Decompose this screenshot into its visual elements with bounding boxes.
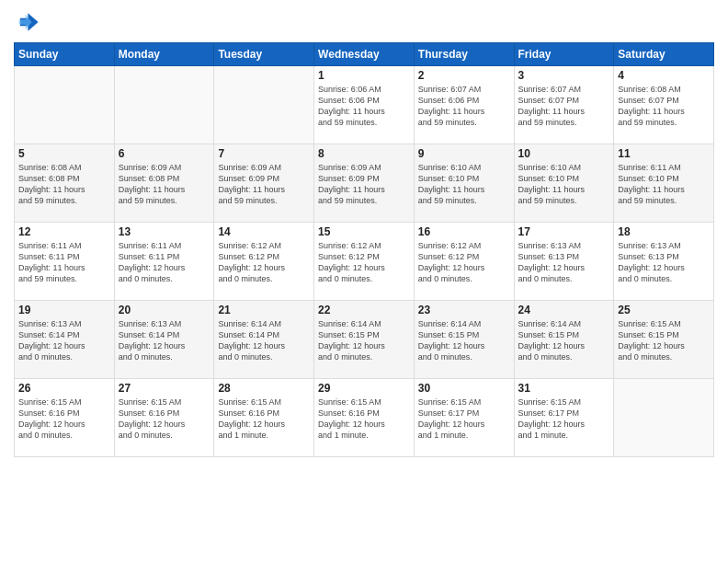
day-number: 30 [418,382,510,395]
day-number: 18 [618,225,710,238]
day-info: Sunrise: 6:07 AM Sunset: 6:06 PM Dayligh… [418,84,510,129]
day-number: 2 [418,69,510,82]
day-info: Sunrise: 6:11 AM Sunset: 6:11 PM Dayligh… [18,240,110,285]
calendar-cell: 19Sunrise: 6:13 AM Sunset: 6:14 PM Dayli… [15,301,115,379]
day-number: 27 [119,382,210,395]
day-info: Sunrise: 6:07 AM Sunset: 6:07 PM Dayligh… [518,84,610,129]
calendar-week-row: 1Sunrise: 6:06 AM Sunset: 6:06 PM Daylig… [15,66,714,144]
calendar-cell [214,66,314,144]
day-info: Sunrise: 6:15 AM Sunset: 6:16 PM Dayligh… [18,396,110,442]
weekday-header-monday: Monday [114,43,214,66]
calendar-cell: 12Sunrise: 6:11 AM Sunset: 6:11 PM Dayli… [15,223,115,301]
logo-icon [14,9,40,35]
calendar-cell: 28Sunrise: 6:15 AM Sunset: 6:16 PM Dayli… [214,379,314,457]
day-info: Sunrise: 6:11 AM Sunset: 6:10 PM Dayligh… [618,162,710,207]
day-info: Sunrise: 6:10 AM Sunset: 6:10 PM Dayligh… [418,162,510,207]
calendar-cell: 20Sunrise: 6:13 AM Sunset: 6:14 PM Dayli… [114,301,214,379]
day-number: 1 [318,69,410,82]
calendar-cell: 22Sunrise: 6:14 AM Sunset: 6:15 PM Dayli… [314,301,415,379]
day-number: 12 [18,225,110,238]
day-info: Sunrise: 6:14 AM Sunset: 6:15 PM Dayligh… [518,318,610,363]
day-info: Sunrise: 6:06 AM Sunset: 6:06 PM Dayligh… [318,84,410,129]
calendar-week-row: 19Sunrise: 6:13 AM Sunset: 6:14 PM Dayli… [15,301,714,379]
calendar-cell [114,66,214,144]
day-number: 21 [218,304,310,316]
day-info: Sunrise: 6:12 AM Sunset: 6:12 PM Dayligh… [418,240,510,285]
calendar-cell: 14Sunrise: 6:12 AM Sunset: 6:12 PM Dayli… [214,223,314,301]
day-info: Sunrise: 6:13 AM Sunset: 6:13 PM Dayligh… [518,240,610,285]
day-number: 8 [318,147,410,160]
day-number: 24 [518,304,610,316]
calendar-cell: 6Sunrise: 6:09 AM Sunset: 6:08 PM Daylig… [114,144,214,223]
calendar-page: SundayMondayTuesdayWednesdayThursdayFrid… [0,0,728,563]
calendar-cell: 10Sunrise: 6:10 AM Sunset: 6:10 PM Dayli… [514,144,614,223]
calendar-cell: 17Sunrise: 6:13 AM Sunset: 6:13 PM Dayli… [514,223,614,301]
weekday-header-tuesday: Tuesday [214,43,314,66]
calendar-cell: 23Sunrise: 6:14 AM Sunset: 6:15 PM Dayli… [414,301,514,379]
day-number: 11 [618,147,710,160]
weekday-header-sunday: Sunday [15,43,115,66]
calendar-week-row: 26Sunrise: 6:15 AM Sunset: 6:16 PM Dayli… [15,379,714,457]
calendar-cell: 5Sunrise: 6:08 AM Sunset: 6:08 PM Daylig… [15,144,115,223]
day-info: Sunrise: 6:14 AM Sunset: 6:15 PM Dayligh… [318,318,410,363]
day-number: 22 [318,304,410,316]
day-info: Sunrise: 6:15 AM Sunset: 6:16 PM Dayligh… [119,396,210,442]
day-number: 7 [218,147,310,160]
day-info: Sunrise: 6:15 AM Sunset: 6:15 PM Dayligh… [618,318,710,363]
day-info: Sunrise: 6:14 AM Sunset: 6:15 PM Dayligh… [418,318,510,363]
calendar-cell: 13Sunrise: 6:11 AM Sunset: 6:11 PM Dayli… [114,223,214,301]
calendar-cell [614,379,714,457]
calendar-cell: 31Sunrise: 6:15 AM Sunset: 6:17 PM Dayli… [514,379,614,457]
day-info: Sunrise: 6:09 AM Sunset: 6:09 PM Dayligh… [318,162,410,207]
day-number: 9 [418,147,510,160]
calendar-cell: 9Sunrise: 6:10 AM Sunset: 6:10 PM Daylig… [414,144,514,223]
header [14,9,714,35]
day-number: 17 [518,225,610,238]
weekday-header-thursday: Thursday [414,43,514,66]
day-info: Sunrise: 6:10 AM Sunset: 6:10 PM Dayligh… [518,162,610,207]
day-number: 25 [618,304,710,316]
day-number: 15 [318,225,410,238]
day-info: Sunrise: 6:13 AM Sunset: 6:14 PM Dayligh… [119,318,210,363]
day-number: 13 [119,225,210,238]
day-number: 5 [18,147,110,160]
day-info: Sunrise: 6:11 AM Sunset: 6:11 PM Dayligh… [119,240,210,285]
day-info: Sunrise: 6:09 AM Sunset: 6:08 PM Dayligh… [119,162,210,207]
calendar-cell: 4Sunrise: 6:08 AM Sunset: 6:07 PM Daylig… [614,66,714,144]
calendar-cell: 7Sunrise: 6:09 AM Sunset: 6:09 PM Daylig… [214,144,314,223]
calendar-cell: 25Sunrise: 6:15 AM Sunset: 6:15 PM Dayli… [614,301,714,379]
day-number: 28 [218,382,310,395]
calendar-table: SundayMondayTuesdayWednesdayThursdayFrid… [14,42,714,457]
calendar-cell: 2Sunrise: 6:07 AM Sunset: 6:06 PM Daylig… [414,66,514,144]
day-number: 14 [218,225,310,238]
day-number: 19 [18,304,110,316]
day-number: 4 [618,69,710,82]
day-number: 16 [418,225,510,238]
calendar-cell [15,66,115,144]
day-number: 31 [518,382,610,395]
calendar-week-row: 12Sunrise: 6:11 AM Sunset: 6:11 PM Dayli… [15,223,714,301]
calendar-week-row: 5Sunrise: 6:08 AM Sunset: 6:08 PM Daylig… [15,144,714,223]
calendar-cell: 24Sunrise: 6:14 AM Sunset: 6:15 PM Dayli… [514,301,614,379]
weekday-header-friday: Friday [514,43,614,66]
weekday-header-saturday: Saturday [614,43,714,66]
calendar-cell: 29Sunrise: 6:15 AM Sunset: 6:16 PM Dayli… [314,379,415,457]
day-number: 10 [518,147,610,160]
calendar-cell: 15Sunrise: 6:12 AM Sunset: 6:12 PM Dayli… [314,223,415,301]
day-info: Sunrise: 6:12 AM Sunset: 6:12 PM Dayligh… [318,240,410,285]
calendar-cell: 21Sunrise: 6:14 AM Sunset: 6:14 PM Dayli… [214,301,314,379]
day-number: 6 [119,147,210,160]
day-info: Sunrise: 6:08 AM Sunset: 6:07 PM Dayligh… [618,84,710,129]
day-info: Sunrise: 6:12 AM Sunset: 6:12 PM Dayligh… [218,240,310,285]
day-number: 23 [418,304,510,316]
day-number: 26 [18,382,110,395]
day-info: Sunrise: 6:14 AM Sunset: 6:14 PM Dayligh… [218,318,310,363]
calendar-cell: 27Sunrise: 6:15 AM Sunset: 6:16 PM Dayli… [114,379,214,457]
day-number: 20 [119,304,210,316]
calendar-cell: 8Sunrise: 6:09 AM Sunset: 6:09 PM Daylig… [314,144,415,223]
calendar-cell: 16Sunrise: 6:12 AM Sunset: 6:12 PM Dayli… [414,223,514,301]
day-info: Sunrise: 6:15 AM Sunset: 6:16 PM Dayligh… [218,396,310,442]
day-info: Sunrise: 6:09 AM Sunset: 6:09 PM Dayligh… [218,162,310,207]
logo [14,9,43,35]
day-info: Sunrise: 6:13 AM Sunset: 6:14 PM Dayligh… [18,318,110,363]
